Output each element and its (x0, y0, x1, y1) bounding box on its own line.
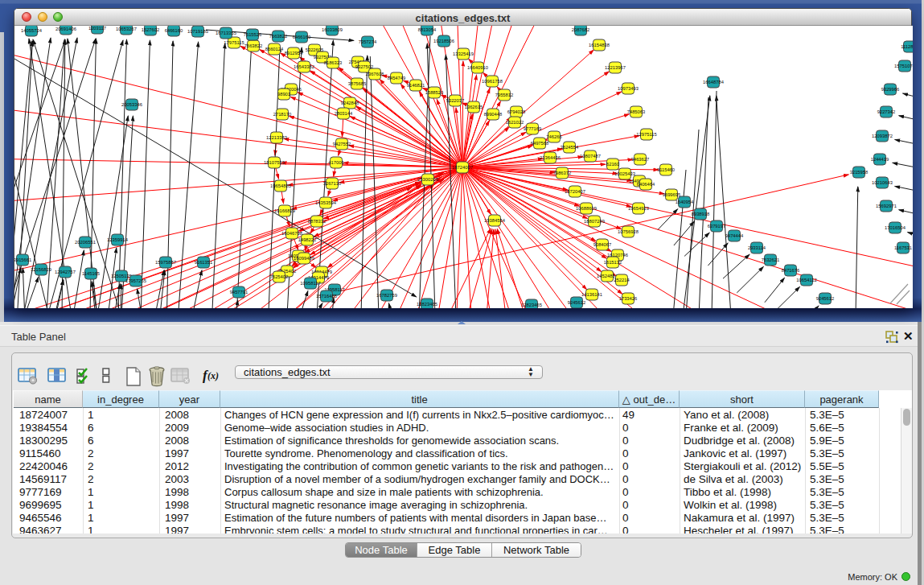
svg-text:14353594: 14353594 (315, 200, 337, 205)
svg-text:15692971: 15692971 (876, 204, 897, 208)
svg-text:8938918: 8938918 (692, 212, 710, 216)
svg-text:3915661: 3915661 (14, 257, 31, 262)
svg-text:6794028: 6794028 (507, 109, 526, 114)
svg-text:7663822: 7663822 (269, 34, 288, 39)
svg-text:9227342: 9227342 (877, 109, 896, 114)
svg-text:10961758: 10961758 (482, 79, 503, 84)
svg-text:9161351: 9161351 (195, 260, 213, 265)
svg-text:10807487: 10807487 (580, 154, 601, 159)
svg-text:1112874: 1112874 (901, 44, 913, 49)
svg-text:12156829: 12156829 (31, 267, 51, 272)
svg-text:5322037: 5322037 (446, 98, 465, 103)
svg-text:1167531: 1167531 (894, 245, 912, 250)
svg-text:18807249: 18807249 (584, 219, 605, 224)
svg-text:15975887: 15975887 (155, 260, 176, 265)
svg-text:8454749: 8454749 (388, 76, 406, 80)
svg-text:9427552: 9427552 (333, 142, 351, 146)
svg-text:1203117: 1203117 (88, 26, 106, 31)
svg-text:3267130: 3267130 (323, 181, 342, 186)
svg-text:1733426: 1733426 (619, 296, 638, 301)
svg-text:7625402: 7625402 (270, 274, 289, 279)
svg-text:16543382: 16543382 (294, 64, 314, 69)
svg-text:8912954: 8912954 (285, 51, 303, 56)
svg-text:9463627: 9463627 (631, 157, 650, 162)
svg-text:10025433: 10025433 (614, 171, 635, 176)
svg-text:10973493: 10973493 (618, 86, 639, 91)
svg-text:25300205: 25300205 (417, 177, 438, 182)
svg-text:10653267: 10653267 (116, 27, 137, 31)
svg-text:12359914: 12359914 (107, 237, 129, 242)
svg-text:14055724: 14055724 (21, 28, 43, 33)
svg-text:10688609: 10688609 (576, 206, 597, 211)
svg-text:2718170: 2718170 (273, 112, 292, 117)
svg-text:9245612: 9245612 (568, 300, 586, 305)
svg-text:2933114: 2933114 (748, 245, 766, 250)
svg-text:15751074: 15751074 (894, 64, 913, 68)
svg-text:252214: 252214 (614, 278, 630, 282)
svg-text:98901: 98901 (277, 92, 290, 97)
svg-text:20691406: 20691406 (55, 27, 76, 31)
svg-text:8186323: 8186323 (324, 60, 343, 65)
svg-text:15720407: 15720407 (565, 189, 585, 194)
svg-text:7357274: 7357274 (359, 39, 377, 44)
svg-text:6466160: 6466160 (293, 35, 311, 39)
svg-text:1244419: 1244419 (871, 157, 889, 162)
svg-text:9329966: 9329966 (881, 87, 900, 92)
svg-text:746266: 746266 (546, 134, 561, 139)
svg-text:10210643: 10210643 (872, 180, 893, 185)
svg-text:8660124: 8660124 (265, 47, 284, 51)
svg-text:9242848: 9242848 (341, 101, 359, 105)
svg-text:20206551: 20206551 (75, 240, 96, 245)
svg-text:9699695: 9699695 (663, 192, 681, 197)
svg-text:1588520: 1588520 (425, 90, 444, 95)
svg-text:10958117: 10958117 (300, 281, 320, 286)
svg-text:12093872: 12093872 (872, 134, 893, 138)
svg-text:2803144: 2803144 (335, 111, 353, 116)
svg-text:13325419: 13325419 (453, 51, 474, 56)
svg-text:1615132: 1615132 (604, 260, 622, 265)
svg-text:19166829: 19166829 (274, 208, 295, 213)
svg-text:6497568: 6497568 (531, 141, 549, 146)
svg-text:16782759: 16782759 (376, 293, 397, 298)
svg-text:7515526: 7515526 (244, 32, 262, 37)
svg-text:3215958: 3215958 (850, 170, 869, 175)
svg-text:7955812: 7955812 (495, 93, 514, 97)
svg-text:7632621: 7632621 (762, 257, 780, 262)
svg-text:9245612: 9245612 (816, 296, 835, 301)
svg-text:19384554: 19384554 (484, 218, 506, 223)
svg-text:16099489: 16099489 (294, 256, 314, 261)
svg-text:10654112: 10654112 (796, 278, 816, 282)
svg-text:19654885: 19654885 (270, 183, 291, 188)
svg-text:12213383: 12213383 (266, 135, 287, 140)
svg-text:10756928: 10756928 (618, 229, 639, 234)
svg-text:1640954: 1640954 (676, 200, 694, 204)
svg-text:1621022: 1621022 (506, 120, 524, 125)
svg-text:7986372: 7986372 (553, 171, 572, 175)
svg-text:1145165: 1145165 (82, 271, 100, 276)
svg-text:2087682: 2087682 (572, 27, 590, 32)
svg-text:17016504: 17016504 (885, 225, 906, 230)
svg-text:(x): (x) (207, 370, 219, 381)
svg-text:18107553: 18107553 (264, 160, 285, 165)
svg-text:417006: 417006 (328, 160, 343, 165)
svg-text:16640910: 16640910 (467, 65, 488, 70)
svg-text:16154838: 16154838 (589, 43, 610, 47)
svg-text:8990448: 8990448 (484, 112, 503, 117)
svg-text:3624554: 3624554 (561, 145, 579, 150)
svg-text:9777169: 9777169 (524, 126, 542, 131)
svg-text:16046798: 16046798 (281, 231, 302, 236)
svg-text:6406464: 6406464 (637, 182, 655, 187)
svg-text:16713355: 16713355 (216, 31, 236, 35)
svg-text:9457791: 9457791 (230, 290, 248, 295)
svg-text:1498222: 1498222 (298, 237, 317, 242)
svg-text:14136141: 14136141 (581, 292, 602, 297)
svg-text:16648784: 16648784 (703, 80, 725, 84)
svg-text:12823465: 12823465 (417, 302, 437, 307)
svg-text:16033809: 16033809 (322, 27, 343, 32)
svg-text:15716485: 15716485 (316, 294, 337, 299)
svg-text:18724007: 18724007 (452, 165, 473, 170)
svg-text:2367608: 2367608 (366, 72, 384, 76)
svg-text:3875685: 3875685 (348, 81, 367, 86)
svg-text:12975115: 12975115 (636, 132, 656, 137)
svg-text:6466160: 6466160 (165, 28, 183, 33)
